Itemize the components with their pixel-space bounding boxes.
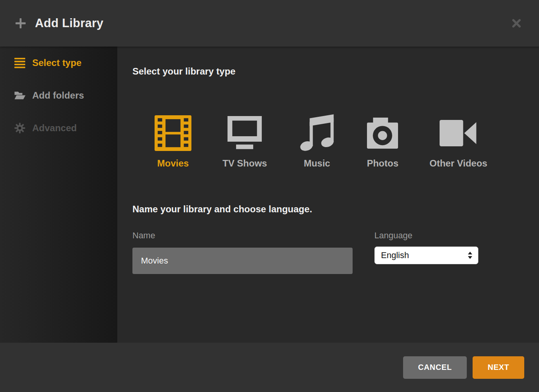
fields-row: Name Language English (132, 231, 539, 274)
type-option-photos[interactable]: Photos (367, 114, 398, 169)
film-strip-icon (155, 114, 191, 153)
library-type-row: Movies TV Shows (155, 114, 539, 169)
library-name-input[interactable] (132, 248, 353, 274)
dialog-header: Add Library (0, 0, 539, 47)
language-select-value: English (381, 250, 409, 260)
next-button[interactable]: NEXT (473, 356, 524, 379)
cancel-button[interactable]: CANCEL (403, 356, 467, 379)
sidebar-item-label: Advanced (32, 123, 77, 134)
close-icon[interactable] (509, 16, 524, 31)
dialog-footer: CANCEL NEXT (0, 343, 539, 392)
camera-icon (367, 114, 398, 153)
dialog-body: Select type Add folders (0, 47, 539, 343)
add-library-dialog: Add Library Select type (0, 0, 539, 392)
type-option-other-videos[interactable]: Other Videos (429, 114, 487, 169)
type-option-movies[interactable]: Movies (155, 114, 191, 169)
folder-open-icon (14, 90, 26, 101)
type-label: Music (304, 158, 330, 169)
plus-icon (15, 17, 26, 29)
main-panel: Select your library type (117, 47, 539, 343)
music-note-icon (298, 114, 336, 153)
select-arrows-icon (468, 252, 473, 259)
type-option-music[interactable]: Music (298, 114, 336, 169)
type-label: Other Videos (429, 158, 487, 169)
wizard-steps-sidebar: Select type Add folders (0, 47, 117, 343)
library-type-heading: Select your library type (132, 66, 539, 77)
type-label: TV Shows (223, 158, 267, 169)
sidebar-item-add-folders[interactable]: Add folders (0, 79, 117, 112)
name-field-label: Name (132, 231, 353, 241)
dialog-title: Add Library (35, 16, 103, 30)
sidebar-item-label: Select type (32, 57, 82, 68)
tv-icon (225, 114, 264, 153)
sidebar-item-advanced[interactable]: Advanced (0, 112, 117, 144)
type-option-tv-shows[interactable]: TV Shows (223, 114, 267, 169)
video-camera-icon (440, 114, 477, 153)
gear-icon (14, 123, 26, 134)
sidebar-item-label: Add folders (32, 90, 84, 101)
language-field-label: Language (374, 231, 478, 241)
list-icon (14, 58, 26, 68)
name-language-heading: Name your library and choose language. (132, 204, 539, 215)
type-label: Movies (157, 158, 189, 169)
language-select[interactable]: English (374, 246, 478, 264)
type-label: Photos (367, 158, 398, 169)
sidebar-item-select-type[interactable]: Select type (0, 47, 117, 79)
